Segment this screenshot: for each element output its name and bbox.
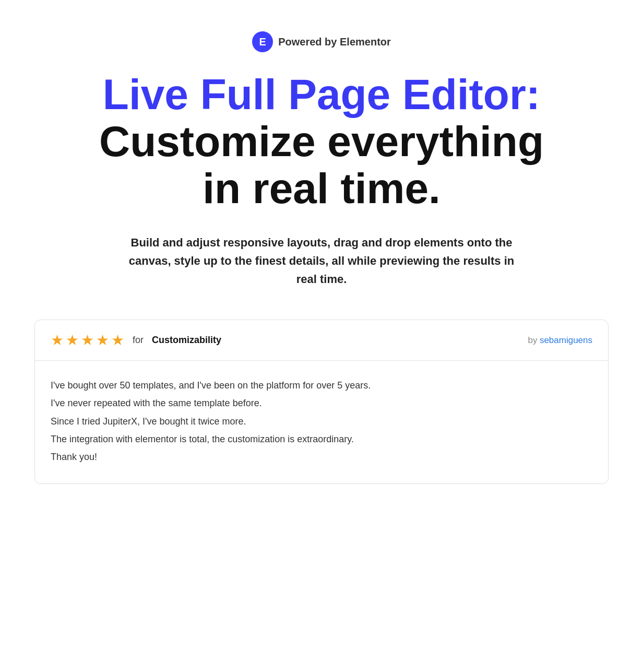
review-header-left: ★ ★ ★ ★ ★ for Customizability (51, 332, 221, 349)
review-text: I've bought over 50 templates, and I've … (51, 376, 592, 466)
review-for-label: for (133, 335, 144, 346)
review-line-3: Since I tried JupiterX, I've bought it t… (51, 416, 246, 427)
elementor-icon-letter: E (259, 36, 266, 48)
review-line-5: Thank you! (51, 452, 97, 462)
elementor-icon: E (252, 31, 273, 52)
powered-by-bar: E Powered by Elementor (252, 31, 391, 52)
review-line-1: I've bought over 50 templates, and I've … (51, 380, 371, 391)
hero-title-block: Live Full Page Editor: Customize everyth… (87, 71, 556, 213)
hero-title-line1: Live Full Page Editor: (87, 71, 556, 118)
review-line-2: I've never repeated with the same templa… (51, 398, 262, 408)
review-by-block: by sebamiguens (528, 335, 592, 346)
star-1: ★ (51, 332, 64, 349)
review-for-value: Customizability (152, 335, 221, 346)
star-rating: ★ ★ ★ ★ ★ (51, 332, 124, 349)
hero-subtitle: Build and adjust responsive layouts, dra… (123, 233, 520, 289)
review-line-4: The integration with elementor is total,… (51, 434, 354, 444)
star-4: ★ (96, 332, 109, 349)
star-5: ★ (111, 332, 124, 349)
review-card: ★ ★ ★ ★ ★ for Customizability by sebamig… (34, 320, 609, 484)
star-2: ★ (66, 332, 79, 349)
review-by-name[interactable]: sebamiguens (540, 335, 592, 345)
star-3: ★ (81, 332, 94, 349)
hero-title-line2: Customize everything in real time. (87, 118, 556, 212)
review-body: I've bought over 50 templates, and I've … (35, 361, 608, 484)
powered-by-text: Powered by Elementor (278, 36, 391, 48)
review-by-label: by (528, 335, 537, 345)
review-header: ★ ★ ★ ★ ★ for Customizability by sebamig… (35, 320, 608, 361)
